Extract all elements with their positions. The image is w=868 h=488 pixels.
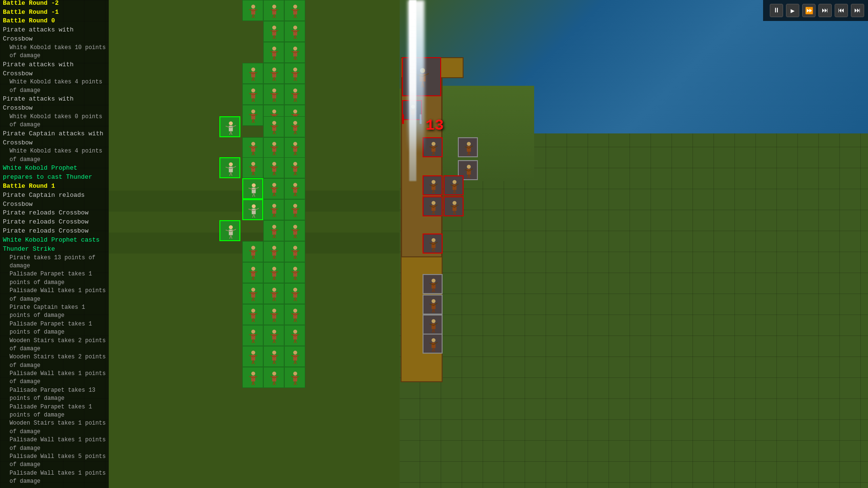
svg-line-141 <box>253 172 255 176</box>
svg-line-27 <box>274 36 276 40</box>
svg-point-360 <box>467 165 471 169</box>
svg-point-90 <box>272 110 276 113</box>
svg-point-102 <box>293 121 297 125</box>
log-entry: Palisade Wall takes 1 points of damage <box>3 370 106 386</box>
fortress-unit-mid2 <box>423 137 443 157</box>
svg-point-24 <box>272 26 276 30</box>
svg-line-153 <box>274 172 276 176</box>
svg-line-189 <box>274 214 276 218</box>
unit-tile <box>242 63 263 84</box>
log-entry: Palisade Parapet takes 13 points of dama… <box>3 386 106 403</box>
svg-point-84 <box>293 110 297 113</box>
fortress-unit-lower2 <box>423 175 443 195</box>
svg-rect-289 <box>293 334 297 340</box>
unit-tile <box>242 304 263 325</box>
unit-tile <box>263 21 284 42</box>
svg-line-237 <box>295 277 297 281</box>
hp-bar-mark <box>402 114 404 124</box>
svg-line-255 <box>295 298 297 302</box>
play-button[interactable]: ▶ <box>786 4 799 17</box>
svg-rect-109 <box>272 125 276 131</box>
svg-rect-25 <box>272 30 276 36</box>
svg-point-0 <box>251 5 255 9</box>
svg-line-177 <box>254 214 255 218</box>
log-entry: White Kobold takes 0 points of damage <box>3 113 106 130</box>
unit-tile <box>284 346 305 367</box>
fast-forward-button[interactable]: ⏩ <box>802 4 816 17</box>
unit-tile <box>242 325 263 346</box>
svg-point-408 <box>432 319 435 323</box>
fastest-button[interactable]: ⏭ <box>851 4 864 17</box>
svg-point-372 <box>453 180 456 184</box>
unit-tile <box>284 220 305 241</box>
fortress-unit-bot3 <box>423 315 443 335</box>
svg-point-120 <box>293 142 297 146</box>
svg-line-291 <box>295 340 297 344</box>
log-entry: Battle Round -2 <box>3 0 106 8</box>
unit-tile <box>263 346 284 367</box>
unit-tile <box>263 262 284 283</box>
unit-tile <box>284 304 305 325</box>
log-entry: Pirate Captain takes 1 points of damage <box>3 304 106 320</box>
unit-tile <box>284 137 305 158</box>
log-entry: White Kobold takes 4 points of damage <box>3 78 106 95</box>
svg-line-63 <box>253 99 255 102</box>
svg-line-9 <box>274 15 276 19</box>
svg-point-78 <box>251 110 255 113</box>
svg-rect-157 <box>252 188 256 193</box>
svg-line-213 <box>253 256 255 260</box>
svg-line-159 <box>254 193 255 197</box>
svg-rect-115 <box>251 146 255 152</box>
svg-rect-217 <box>293 250 297 256</box>
unit-tile <box>263 63 284 84</box>
svg-rect-181 <box>293 208 297 214</box>
unit-tile-special <box>219 157 240 178</box>
svg-line-225 <box>274 256 276 260</box>
log-entry: Pirate Captain reloads Crossbow <box>3 191 106 209</box>
battle-log-panel[interactable]: Battle Round -10Battle Round -9Battle Ro… <box>0 0 109 488</box>
unit-tile <box>263 220 284 241</box>
unit-tile <box>284 199 305 220</box>
svg-rect-97 <box>229 126 233 132</box>
log-entry: Palisade Parapet takes 1 points of damag… <box>3 403 106 420</box>
svg-line-57 <box>274 78 276 81</box>
svg-rect-19 <box>293 30 297 36</box>
svg-point-258 <box>272 288 276 292</box>
svg-point-198 <box>293 225 297 229</box>
svg-point-108 <box>272 121 276 125</box>
svg-line-273 <box>295 319 297 323</box>
svg-line-387 <box>455 211 456 215</box>
svg-line-135 <box>231 173 232 176</box>
svg-rect-193 <box>229 230 233 235</box>
svg-rect-55 <box>272 72 276 78</box>
svg-rect-325 <box>293 376 297 382</box>
log-entry: Palisade Parapet takes 1 points of damag… <box>3 270 106 287</box>
log-entry: Battle Round 1 <box>3 182 106 191</box>
svg-line-183 <box>295 214 297 218</box>
svg-point-30 <box>293 47 297 51</box>
pause-button[interactable]: ⏸ <box>770 4 783 17</box>
svg-rect-13 <box>293 9 297 15</box>
svg-rect-307 <box>293 355 297 361</box>
unit-tile <box>242 137 263 158</box>
unit-tile <box>263 283 284 304</box>
svg-rect-187 <box>272 208 276 214</box>
svg-point-18 <box>293 26 297 30</box>
unit-tile <box>242 157 263 178</box>
svg-point-228 <box>251 267 255 271</box>
svg-line-219 <box>295 256 297 260</box>
log-entry: Battle Round 0 <box>3 17 106 26</box>
faster-button[interactable]: ⏭ <box>818 4 832 17</box>
svg-line-165 <box>295 193 297 197</box>
svg-rect-169 <box>272 187 276 193</box>
slowest-button[interactable]: ⏮ <box>835 4 848 17</box>
svg-line-285 <box>253 340 255 344</box>
svg-point-312 <box>272 351 276 355</box>
unit-tile <box>242 178 263 199</box>
log-entry: Palisade Wall takes 1 points of damage <box>3 436 106 453</box>
log-entry: Pirate Captain attacks with Crossbow <box>3 130 106 148</box>
log-entry: Battle Round -1 <box>3 8 106 17</box>
log-entry: Pirate attacks with Crossbow <box>3 26 106 44</box>
game-map: 13 <box>0 0 868 488</box>
svg-point-348 <box>432 142 435 146</box>
